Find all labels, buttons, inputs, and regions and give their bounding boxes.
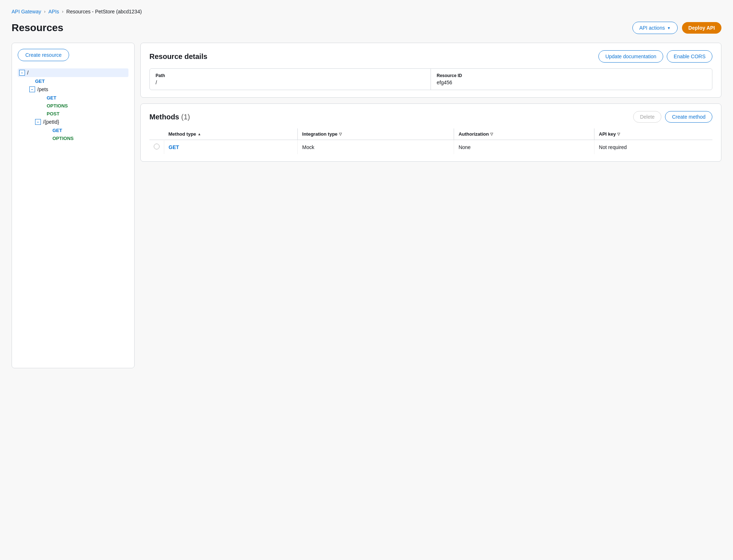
tree-method-petid-options[interactable]: OPTIONS xyxy=(18,134,128,142)
methods-table: Method type ▲ Integration type ▽ xyxy=(149,128,712,154)
tree-method-pets-options[interactable]: OPTIONS xyxy=(18,102,128,110)
create-resource-button[interactable]: Create resource xyxy=(18,49,69,61)
methods-count: (1) xyxy=(181,113,190,121)
row-authorization-value: None xyxy=(458,144,470,150)
methods-card: Methods (1) Delete Create method Method … xyxy=(140,103,721,162)
resource-details-actions: Update documentation Enable CORS xyxy=(598,50,712,63)
resource-details-card: Resource details Update documentation En… xyxy=(140,43,721,98)
resource-details-grid: Path / Resource ID efg456 xyxy=(149,68,712,90)
methods-table-header-row: Method type ▲ Integration type ▽ xyxy=(149,128,712,140)
col-api-key[interactable]: API key ▽ xyxy=(594,128,712,140)
page-header: Resources API actions ▼ Deploy API xyxy=(12,22,721,34)
col-integration-type[interactable]: Integration type ▽ xyxy=(298,128,454,140)
path-value: / xyxy=(156,80,425,85)
row-select-cell xyxy=(149,140,164,154)
main-layout: Create resource − / GET − /pets GET xyxy=(12,43,721,368)
enable-cors-button[interactable]: Enable CORS xyxy=(667,50,712,63)
sort-method-type-icon: ▲ xyxy=(198,132,201,136)
left-panel: Create resource − / GET − /pets GET xyxy=(12,43,135,368)
row-api-key-value: Not required xyxy=(599,144,627,150)
row-integration-value: Mock xyxy=(302,144,314,150)
sort-authorization-icon: ▽ xyxy=(490,132,493,136)
api-actions-button[interactable]: API actions ▼ xyxy=(632,22,678,34)
resource-id-cell: Resource ID efg456 xyxy=(431,69,712,90)
row-api-key-cell: Not required xyxy=(594,140,712,154)
api-actions-dropdown-icon: ▼ xyxy=(667,26,671,30)
breadcrumb-sep-1: › xyxy=(44,9,46,14)
methods-header: Methods (1) Delete Create method xyxy=(149,111,712,123)
row-integration-cell: Mock xyxy=(298,140,454,154)
tree-method-root-get[interactable]: GET xyxy=(18,77,128,85)
row-authorization-cell: None xyxy=(454,140,594,154)
api-actions-label: API actions xyxy=(639,25,665,31)
method-pets-options-label: OPTIONS xyxy=(47,103,68,109)
tree-petid-collapse-icon: − xyxy=(35,119,41,125)
method-pets-post-label: POST xyxy=(47,111,59,116)
header-actions: API actions ▼ Deploy API xyxy=(632,22,721,34)
col-select xyxy=(149,128,164,140)
method-petid-get-label: GET xyxy=(52,128,62,133)
tree-pets-label: /pets xyxy=(37,86,48,92)
breadcrumb-api-gateway[interactable]: API Gateway xyxy=(12,9,41,14)
resource-details-title: Resource details xyxy=(149,52,207,61)
col-authorization[interactable]: Authorization ▽ xyxy=(454,128,594,140)
resource-id-label: Resource ID xyxy=(437,73,706,78)
col-method-type[interactable]: Method type ▲ xyxy=(164,128,298,140)
tree-method-pets-post[interactable]: POST xyxy=(18,110,128,118)
tree-root-collapse-icon: − xyxy=(19,70,25,76)
sort-api-key-icon: ▽ xyxy=(617,132,620,136)
tree-method-pets-get[interactable]: GET xyxy=(18,94,128,102)
tree-root-item[interactable]: − / xyxy=(18,68,128,77)
tree-method-petid-get[interactable]: GET xyxy=(18,126,128,134)
create-method-button[interactable]: Create method xyxy=(665,111,712,123)
path-label: Path xyxy=(156,73,425,78)
right-panel: Resource details Update documentation En… xyxy=(140,43,721,162)
method-get-label: GET xyxy=(35,79,45,84)
tree-pets-item[interactable]: − /pets xyxy=(18,85,128,94)
deploy-api-button[interactable]: Deploy API xyxy=(682,22,721,34)
row-method-link[interactable]: GET xyxy=(169,144,179,150)
breadcrumb-apis[interactable]: APIs xyxy=(48,9,59,14)
breadcrumb: API Gateway › APIs › Resources - PetStor… xyxy=(12,9,721,14)
resource-tree: − / GET − /pets GET OPTIONS POST xyxy=(18,68,128,142)
row-method-cell: GET xyxy=(164,140,298,154)
breadcrumb-sep-2: › xyxy=(62,9,63,14)
methods-actions: Delete Create method xyxy=(633,111,712,123)
sort-integration-type-icon: ▽ xyxy=(339,132,342,136)
methods-title: Methods (1) xyxy=(149,113,190,121)
resource-id-value: efg456 xyxy=(437,80,706,85)
table-row: GET Mock None Not required xyxy=(149,140,712,154)
resource-details-header: Resource details Update documentation En… xyxy=(149,50,712,63)
path-cell: Path / xyxy=(150,69,431,90)
tree-petid-item[interactable]: − /{petId} xyxy=(18,118,128,126)
method-petid-options-label: OPTIONS xyxy=(52,136,74,141)
update-documentation-button[interactable]: Update documentation xyxy=(598,50,663,63)
methods-table-body: GET Mock None Not required xyxy=(149,140,712,154)
tree-root-label: / xyxy=(27,70,29,76)
breadcrumb-current: Resources - PetStore (abcd1234) xyxy=(66,9,142,14)
tree-pets-collapse-icon: − xyxy=(29,86,35,92)
tree-petid-label: /{petId} xyxy=(43,119,59,125)
page-title: Resources xyxy=(12,22,63,34)
row-select-radio[interactable] xyxy=(154,144,160,149)
delete-method-button[interactable]: Delete xyxy=(633,111,661,123)
method-pets-get-label: GET xyxy=(47,95,56,101)
